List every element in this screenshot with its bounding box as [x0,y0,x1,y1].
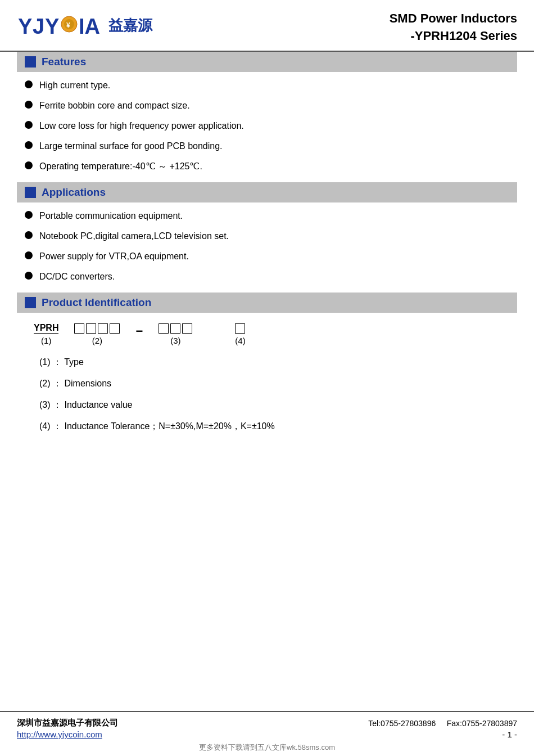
feature-item-4: Large terminal surface for good PCB bond… [39,140,223,153]
list-item: Portable communication equipment. [25,209,517,223]
bullet-icon [25,141,33,149]
footer: 深圳市益嘉源电子有限公司 Tel:0755-27803896 Fax:0755-… [0,711,534,756]
features-bar-icon [25,56,36,68]
applications-title: Applications [42,186,106,199]
detail-num-1: (1) [39,357,51,367]
diagram-boxes-4 [235,323,245,334]
applications-bar: Applications [17,182,517,202]
app-item-3: Power supply for VTR,OA equipment. [39,250,189,263]
app-item-2: Notebook PC,digital camera,LCD televisio… [39,230,229,243]
applications-list: Portable communication equipment. Notebo… [25,209,517,284]
header: Y J Y ¥ IA 益嘉源 SMD Power Inductors -YPRH… [0,0,534,52]
svg-text:IA: IA [79,15,100,38]
detail-desc-3: Inductance value [64,400,132,410]
detail-colon-1: ： [53,357,62,367]
detail-num-3: (3) [39,400,51,410]
features-bar: Features [17,52,517,72]
footer-page: - 1 - [502,730,517,739]
feature-item-2: Ferrite bobbin core and compact size. [39,99,190,112]
detail-colon-2: ： [53,379,62,388]
header-title: SMD Power Inductors -YPRH1204 Series [390,10,517,45]
list-item: Notebook PC,digital camera,LCD televisio… [25,230,517,243]
features-title: Features [42,56,86,68]
diagram-group-4: (4) [235,323,245,345]
product-id-section: Product Identification YPRH (1) [17,292,517,433]
page: Y J Y ¥ IA 益嘉源 SMD Power Inductors -YPRH… [0,0,534,756]
product-id-title: Product Identification [42,296,151,309]
bullet-icon [25,121,33,129]
footer-tel: Tel:0755-27803896 [368,719,436,728]
footer-company: 深圳市益嘉源电子有限公司 [17,718,118,728]
detail-item-1: (1) ： Type [39,356,517,369]
footer-contact: Tel:0755-27803896 Fax:0755-27803897 [368,719,517,728]
logo-area: Y J Y ¥ IA 益嘉源 [17,10,152,41]
list-item: High current type. [25,79,517,92]
diagram-group-1: YPRH (1) [34,323,58,345]
diagram-boxes-3 [159,323,192,334]
footer-row1: 深圳市益嘉源电子有限公司 Tel:0755-27803896 Fax:0755-… [17,718,517,728]
applications-section: Applications Portable communication equi… [17,182,517,284]
diagram-group-2: (2) [74,323,120,345]
list-item: Low core loss for high frequency power a… [25,119,517,133]
feature-item-3: Low core loss for high frequency power a… [39,119,244,133]
svg-text:J: J [33,15,44,38]
box [98,323,108,334]
box [170,323,180,334]
product-id-details: (1) ： Type (2) ： Dimensions (3) ： Induct… [39,356,517,433]
box [74,323,84,334]
app-item-1: Portable communication equipment. [39,209,183,223]
detail-num-2: (2) [39,379,51,388]
detail-desc-1: Type [64,357,84,367]
box [235,323,245,334]
diagram-num-1: (1) [41,336,51,345]
detail-item-3: (3) ： Inductance value [39,398,517,412]
list-item: Large terminal surface for good PCB bond… [25,140,517,153]
svg-text:¥: ¥ [66,21,70,29]
box [86,323,96,334]
product-id-diagram: YPRH (1) (2) − [34,323,517,345]
footer-row2: http://www.yjycoin.com - 1 - [17,730,517,739]
box [110,323,120,334]
list-item: Ferrite bobbin core and compact size. [25,99,517,112]
logo-icon: Y J Y ¥ IA [17,10,104,41]
title-line2: -YPRH1204 Series [390,28,517,45]
app-item-4: DC/DC converters. [39,270,115,284]
product-id-bar: Product Identification [17,292,517,313]
detail-desc-4: Inductance Tolerance；N=±30%,M=±20%，K=±10… [64,421,274,431]
box [159,323,169,334]
detail-colon-4: ： [53,421,62,431]
svg-text:Y: Y [18,15,32,38]
bullet-icon [25,272,33,280]
bullet-icon [25,211,33,219]
bullet-icon [25,101,33,109]
detail-colon-3: ： [53,400,62,410]
main-content: Features High current type. Ferrite bobb… [0,52,534,577]
feature-item-1: High current type. [39,79,110,92]
detail-num-4: (4) [39,421,51,431]
diagram-num-2: (2) [92,336,102,345]
footer-url[interactable]: http://www.yjycoin.com [17,730,102,739]
list-item: Operating temperature:-40℃ ～ +125℃. [25,160,517,173]
footer-watermark: 更多资料下载请到五八文库wk.58sms.com [17,742,517,753]
logo-cn-text: 益嘉源 [108,16,152,35]
detail-item-4: (4) ： Inductance Tolerance；N=±30%,M=±20%… [39,420,517,433]
box [182,323,192,334]
applications-bar-icon [25,187,36,198]
bullet-icon [25,80,33,88]
diagram-dash: − [135,324,143,339]
content-spacer [0,577,534,711]
feature-item-5: Operating temperature:-40℃ ～ +125℃. [39,160,202,173]
diagram-num-3: (3) [170,336,180,345]
diagram-group-3: (3) [159,323,192,345]
diagram-num-4: (4) [235,336,245,345]
bullet-icon [25,231,33,239]
product-id-bar-icon [25,297,36,308]
detail-desc-2: Dimensions [64,379,111,388]
list-item: Power supply for VTR,OA equipment. [25,250,517,263]
title-line1: SMD Power Inductors [390,10,517,28]
features-section: Features High current type. Ferrite bobb… [17,52,517,173]
diagram-label-yprh: YPRH [34,323,58,334]
list-item: DC/DC converters. [25,270,517,284]
diagram-boxes-2 [74,323,120,334]
bullet-icon [25,161,33,169]
